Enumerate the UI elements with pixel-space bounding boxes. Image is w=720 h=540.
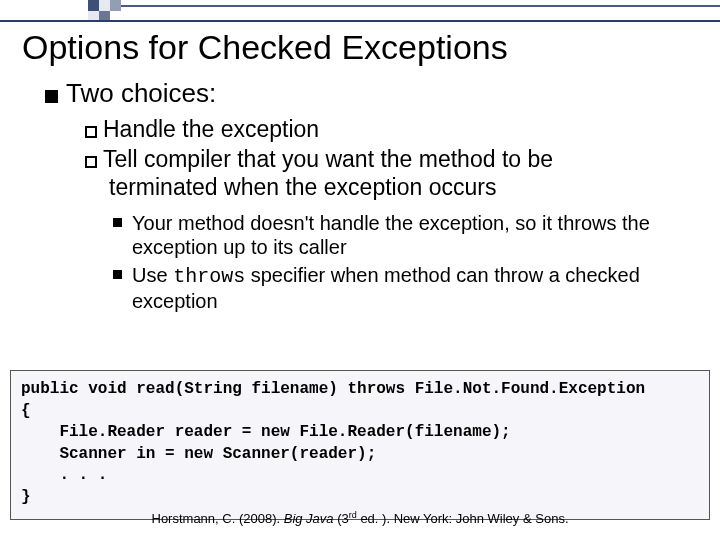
small-square-bullet-icon — [113, 218, 122, 227]
bullet-level2: Handle the exception — [85, 115, 695, 143]
slide-body: Two choices: Handle the exception Tell c… — [45, 76, 695, 317]
citation-title: Big Java — [284, 511, 334, 526]
code-block: public void read(String filename) throws… — [10, 370, 710, 520]
square-bullet-icon — [45, 90, 58, 103]
bullet-level3: Use throws specifier when method can thr… — [113, 263, 695, 313]
small-square-bullet-icon — [113, 270, 122, 279]
bullet-level2: Tell compiler that you want the method t… — [85, 145, 695, 201]
level2-text-cont: terminated when the exception occurs — [85, 173, 695, 201]
bullet-level3: Your method doesn't handle the exception… — [113, 211, 695, 259]
level3-text: Use throws specifier when method can thr… — [132, 263, 695, 313]
slide-title: Options for Checked Exceptions — [22, 28, 508, 67]
hollow-square-bullet-icon — [85, 156, 97, 168]
inline-code: throws — [173, 265, 245, 288]
level2-text: Tell compiler that you want the method t… — [103, 146, 553, 172]
header-decoration — [0, 0, 720, 22]
level1-text: Two choices: — [66, 78, 216, 108]
hollow-square-bullet-icon — [85, 126, 97, 138]
level3-text: Your method doesn't handle the exception… — [132, 211, 695, 259]
level2-text: Handle the exception — [103, 116, 319, 142]
slide: Options for Checked Exceptions Two choic… — [0, 0, 720, 540]
citation: Horstmann, C. (2008). Big Java (3rd ed. … — [0, 510, 720, 526]
bullet-level1: Two choices: — [45, 78, 695, 109]
